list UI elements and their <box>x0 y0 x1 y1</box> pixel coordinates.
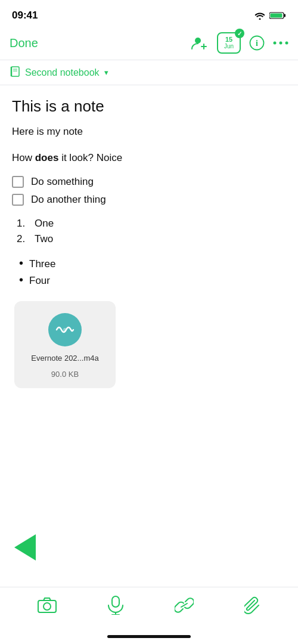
checklist-item-1: Do something <box>12 176 286 188</box>
microphone-button[interactable] <box>107 596 124 615</box>
reminder-check-icon <box>235 29 244 38</box>
note-content: This is a note Here is my note How does … <box>0 85 298 412</box>
para2-suffix: it look? Noice <box>58 152 122 163</box>
reminder-button[interactable]: 15 Jun <box>217 32 241 54</box>
svg-rect-1 <box>284 14 286 17</box>
note-paragraph-2: How does it look? Noice <box>12 150 286 166</box>
notebook-name: Second notebook <box>25 67 100 78</box>
bullet-item-1: • Three <box>19 257 286 270</box>
note-title: This is a note <box>12 97 286 116</box>
checklist-item-2: Do another thing <box>12 194 286 206</box>
svg-point-15 <box>63 328 67 332</box>
bullet-dot-1: • <box>19 257 23 269</box>
battery-icon <box>269 11 286 20</box>
attachment-size: 90.0 KB <box>51 370 79 379</box>
bullet-list: • Three • Four <box>12 257 286 287</box>
attachment-filename: Evernote 202...m4a <box>31 354 98 363</box>
add-contact-icon[interactable] <box>191 36 209 50</box>
status-bar: 09:41 <box>0 0 298 29</box>
reminder-month: Jun <box>224 43 234 49</box>
checklist: Do something Do another thing <box>12 176 286 206</box>
checklist-label-1: Do something <box>31 176 94 188</box>
svg-line-21 <box>181 603 187 607</box>
list-item-2: 2. Two <box>17 233 286 245</box>
reminder-date: 15 <box>225 36 232 43</box>
camera-button[interactable] <box>38 597 57 613</box>
toolbar-right: 15 Jun i <box>191 32 288 54</box>
svg-point-3 <box>195 38 201 44</box>
note-scroll-area: This is a note Here is my note How does … <box>0 85 298 584</box>
list-item-1: 1. One <box>17 218 286 230</box>
svg-point-10 <box>285 42 288 45</box>
para2-prefix: How <box>12 152 35 163</box>
status-time: 09:41 <box>12 10 38 21</box>
checkbox-2[interactable] <box>12 194 24 206</box>
bottom-toolbar <box>0 587 298 623</box>
toolbar: Done 15 Jun i <box>0 29 298 60</box>
svg-rect-11 <box>11 67 19 76</box>
checklist-label-2: Do another thing <box>31 194 106 206</box>
notebook-chevron-icon: ▾ <box>104 68 108 77</box>
attachment-button[interactable] <box>244 596 261 615</box>
audio-file-icon <box>48 313 82 346</box>
note-body: Here is my note How does it look? Noice <box>12 124 286 165</box>
para2-bold: does <box>35 152 59 163</box>
info-icon[interactable]: i <box>249 35 265 51</box>
svg-point-9 <box>280 42 283 45</box>
note-paragraph-1: Here is my note <box>12 124 286 140</box>
notebook-icon <box>10 66 20 79</box>
attachment-card[interactable]: Evernote 202...m4a 90.0 KB <box>14 301 116 388</box>
home-indicator <box>107 635 191 638</box>
bullet-dot-2: • <box>19 274 23 286</box>
bullet-item-2: • Four <box>19 274 286 287</box>
notebook-row[interactable]: Second notebook ▾ <box>0 60 298 85</box>
svg-point-8 <box>274 42 277 45</box>
done-button[interactable]: Done <box>10 36 38 50</box>
svg-rect-2 <box>271 14 283 18</box>
checkbox-1[interactable] <box>12 176 24 188</box>
wifi-icon <box>254 11 266 20</box>
status-icons <box>254 11 286 20</box>
svg-text:i: i <box>256 39 258 48</box>
back-arrow-button[interactable] <box>14 534 36 561</box>
link-button[interactable] <box>175 597 194 614</box>
ordered-list: 1. One 2. Two <box>12 218 286 245</box>
svg-point-17 <box>44 603 51 610</box>
more-icon[interactable] <box>273 41 288 45</box>
svg-rect-18 <box>112 596 119 607</box>
